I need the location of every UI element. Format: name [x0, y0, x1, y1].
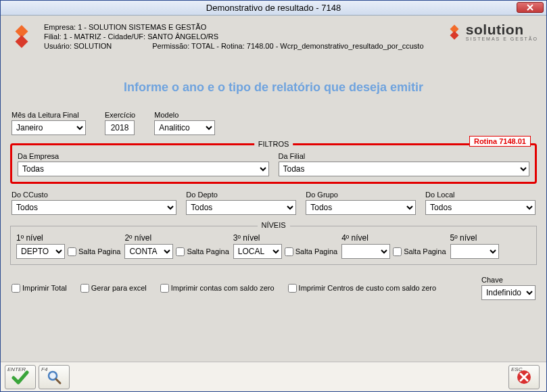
routine-badge: Rotina 7148.01: [469, 136, 531, 147]
header-block: Empresa: 1 - SOLUTION SISTEMAS E GESTÃO …: [6, 20, 541, 53]
filial-select[interactable]: Todas: [279, 162, 530, 176]
logo-left: [9, 21, 34, 49]
bottom-bar: ENTER F4 ESC: [1, 362, 546, 391]
local-field: Do Local Todos: [425, 191, 536, 215]
header-usuario: Usuário: SOLUTION: [44, 41, 112, 51]
exercicio-field: Exercício: [105, 111, 135, 135]
n2-salta-checkbox[interactable]: [176, 247, 185, 256]
n4-salta[interactable]: Salta Pagina: [393, 247, 446, 256]
n1-label: 1º nível: [16, 233, 120, 243]
magnifier-icon: [46, 369, 62, 385]
cc-zero-checkbox[interactable]: [288, 284, 297, 293]
esc-shortcut: ESC: [511, 366, 522, 372]
window-title: Demonstrativo de resultado - 7148: [206, 3, 341, 13]
modelo-select[interactable]: Analitico: [154, 120, 215, 135]
modelo-label: Modelo: [154, 111, 215, 119]
svg-marker-3: [450, 31, 458, 40]
svg-line-5: [56, 379, 60, 383]
n5-select[interactable]: [450, 244, 499, 259]
svg-marker-1: [16, 35, 28, 48]
niveis-legend: NÍVEIS: [257, 221, 289, 229]
close-icon: [526, 4, 534, 11]
solution-logo-icon: [9, 24, 34, 49]
gerar-excel[interactable]: Gerar para excel: [80, 284, 147, 293]
local-label: Do Local: [425, 191, 536, 199]
filial-label: Da Filial: [279, 152, 530, 160]
depto-select[interactable]: Todos: [186, 200, 296, 215]
niveis-group: NÍVEIS 1º nível DEPTO Salta Pagina 2º ní…: [10, 226, 537, 265]
options-row: Imprimir Total Gerar para excel Imprimir…: [6, 269, 541, 307]
n1-salta-checkbox[interactable]: [68, 247, 76, 256]
depto-label: Do Depto: [186, 191, 296, 199]
title-bar: Demonstrativo de resultado - 7148: [1, 1, 546, 16]
logo-right: solution SISTEMAS E GESTÃO: [446, 21, 538, 41]
empresa-label: Da Empresa: [18, 152, 269, 160]
imprimir-total[interactable]: Imprimir Total: [11, 284, 67, 293]
n1-select[interactable]: DEPTO: [16, 244, 65, 259]
mes-field: Mês da Leitura Final Janeiro: [11, 111, 86, 135]
enter-button[interactable]: ENTER: [5, 365, 36, 389]
chave-select[interactable]: Indefinido: [481, 285, 536, 300]
depto-field: Do Depto Todos: [186, 191, 296, 215]
esc-button[interactable]: ESC: [508, 365, 540, 389]
imprimir-total-checkbox[interactable]: [11, 284, 20, 293]
n3-select[interactable]: LOCAL: [233, 244, 282, 259]
f4-button[interactable]: F4: [39, 365, 70, 389]
header-empresa: Empresa: 1 - SOLUTION SISTEMAS E GESTÃO: [44, 22, 446, 32]
close-button[interactable]: [517, 2, 544, 13]
grupo-select[interactable]: Todos: [306, 200, 416, 215]
header-permissao: Permissão: TOTAL - Rotina: 7148.00 - Wcr…: [152, 41, 423, 51]
n4-salta-checkbox[interactable]: [393, 247, 402, 256]
chave-field: Chave Indefinido: [481, 276, 536, 300]
exercicio-label: Exercício: [105, 111, 135, 119]
contas-zero-checkbox[interactable]: [160, 284, 169, 293]
n4-label: 4º nível: [341, 233, 446, 243]
n5-label: 5º nível: [450, 233, 499, 243]
brand-logo-icon: [446, 23, 463, 41]
n3-salta-checkbox[interactable]: [285, 247, 293, 256]
content-area: Empresa: 1 - SOLUTION SISTEMAS E GESTÃO …: [1, 16, 546, 391]
empresa-select[interactable]: Todas: [18, 162, 269, 176]
instruction-text: Informe o ano e o tipo de relatório que …: [6, 80, 541, 95]
n4-select[interactable]: [341, 244, 390, 259]
grupo-field: Do Grupo Todos: [306, 191, 416, 215]
local-select[interactable]: Todos: [425, 200, 536, 215]
mes-label: Mês da Leitura Final: [11, 111, 86, 119]
n3-label: 3º nível: [233, 233, 337, 243]
brand-name: solution: [466, 22, 524, 36]
brand-sub: SISTEMAS E GESTÃO: [466, 36, 538, 41]
n2-select[interactable]: CONTA: [124, 244, 173, 259]
gerar-excel-checkbox[interactable]: [80, 284, 89, 293]
n2-label: 2º nível: [124, 233, 229, 243]
chave-label: Chave: [481, 276, 536, 284]
filial-field: Da Filial Todas: [279, 152, 530, 176]
ccusto-field: Do CCusto Todos: [11, 191, 176, 215]
ccusto-select[interactable]: Todos: [11, 200, 176, 215]
enter-shortcut: ENTER: [7, 366, 26, 372]
mes-select[interactable]: Janeiro: [11, 120, 86, 135]
grupo-label: Do Grupo: [306, 191, 416, 199]
top-fields-row: Mês da Leitura Final Janeiro Exercício M…: [6, 111, 541, 135]
contas-zero[interactable]: Imprimir contas com saldo zero: [160, 284, 275, 293]
header-filial: Filial: 1 - MATRIZ - Cidade/UF: SANTO ÂN…: [44, 32, 446, 41]
n1-salta[interactable]: Salta Pagina: [68, 247, 120, 256]
filtros-legend: FILTROS: [254, 140, 293, 148]
empresa-field: Da Empresa Todas: [18, 152, 269, 176]
n3-salta[interactable]: Salta Pagina: [285, 247, 337, 256]
ccusto-label: Do CCusto: [11, 191, 176, 199]
filtros-group: FILTROS Rotina 7148.01 Da Empresa Todas …: [10, 143, 537, 184]
header-info: Empresa: 1 - SOLUTION SISTEMAS E GESTÃO …: [34, 21, 446, 51]
cc-zero[interactable]: Imprimir Centros de custo com saldo zero: [288, 284, 437, 293]
f4-shortcut: F4: [41, 366, 47, 372]
exercicio-input[interactable]: [105, 120, 135, 135]
n2-salta[interactable]: Salta Pagina: [176, 247, 229, 256]
second-filters: Do CCusto Todos Do Depto Todos Do Grupo …: [6, 188, 541, 215]
modelo-field: Modelo Analitico: [154, 111, 215, 135]
